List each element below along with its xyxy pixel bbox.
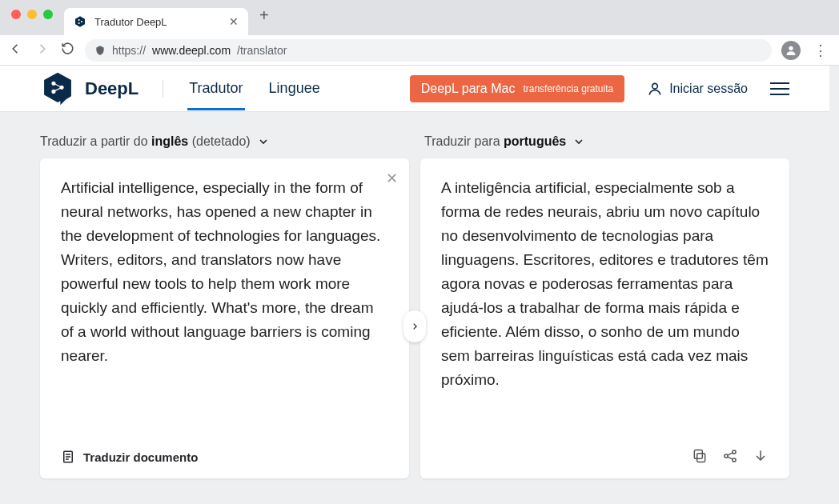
translate-document-label: Traduzir documento bbox=[83, 450, 198, 464]
browser-tab[interactable]: Tradutor DeepL ✕ bbox=[64, 8, 248, 35]
download-icon[interactable] bbox=[753, 448, 769, 464]
svg-point-3 bbox=[789, 46, 793, 50]
login-label: Iniciar sessão bbox=[669, 82, 748, 96]
login-button[interactable]: Iniciar sessão bbox=[647, 81, 748, 97]
reload-button[interactable] bbox=[59, 42, 75, 58]
nav-linguee[interactable]: Linguee bbox=[267, 67, 322, 110]
source-pane: ✕ Artificial intelligence, especially in… bbox=[40, 158, 409, 478]
window-maximize-icon[interactable] bbox=[43, 10, 53, 19]
document-icon bbox=[61, 450, 75, 464]
target-language-selector[interactable]: Traduzir para português bbox=[424, 134, 789, 149]
window-controls bbox=[8, 0, 59, 35]
tab-title: Tradutor DeepL bbox=[94, 16, 221, 28]
swap-languages-button[interactable] bbox=[403, 310, 426, 342]
deepl-logo-icon bbox=[40, 71, 75, 106]
target-lang-prefix: Traduzir para bbox=[424, 134, 504, 148]
back-button[interactable] bbox=[8, 42, 24, 59]
url-scheme: https:// bbox=[112, 44, 146, 57]
user-icon bbox=[647, 81, 663, 97]
target-text-output[interactable]: A inteligência artificial, especialmente… bbox=[441, 176, 769, 435]
svg-line-20 bbox=[728, 457, 733, 459]
clear-source-button[interactable]: ✕ bbox=[386, 170, 398, 187]
source-lang-prefix: Traduzir a partir do bbox=[40, 134, 151, 148]
new-tab-button[interactable]: + bbox=[248, 6, 277, 30]
download-mac-button[interactable]: DeepL para Mac transferência gratuita bbox=[410, 75, 624, 102]
brand-logo[interactable]: DeepL bbox=[40, 71, 138, 106]
download-mac-sublabel: transferência gratuita bbox=[523, 83, 613, 94]
svg-point-1 bbox=[81, 21, 82, 22]
brand-name: DeepL bbox=[85, 78, 138, 99]
svg-line-19 bbox=[728, 453, 733, 455]
profile-button[interactable] bbox=[781, 41, 801, 60]
url-domain: www.deepl.com bbox=[152, 44, 231, 57]
source-lang-suffix: (detetado) bbox=[188, 134, 250, 148]
url-input[interactable]: https://www.deepl.com/translator bbox=[85, 39, 772, 62]
address-bar: https://www.deepl.com/translator ⋮ bbox=[0, 35, 839, 66]
translation-panes: ✕ Artificial intelligence, especially in… bbox=[40, 158, 789, 478]
page-content: DeepL Tradutor Linguee DeepL para Mac tr… bbox=[0, 66, 839, 504]
target-lang-name: português bbox=[504, 134, 566, 148]
source-language-selector[interactable]: Traduzir a partir do inglês (detetado) bbox=[40, 134, 405, 149]
translator-area: Traduzir a partir do inglês (detetado) T… bbox=[0, 112, 829, 494]
browser-menu-icon[interactable]: ⋮ bbox=[810, 42, 831, 59]
chevron-down-icon bbox=[257, 135, 270, 148]
share-icon[interactable] bbox=[722, 448, 738, 464]
target-pane: A inteligência artificial, especialmente… bbox=[420, 158, 789, 478]
site-info-icon[interactable] bbox=[94, 45, 106, 56]
chevron-down-icon bbox=[572, 135, 585, 148]
svg-rect-14 bbox=[697, 454, 705, 462]
language-selectors: Traduzir a partir do inglês (detetado) T… bbox=[40, 134, 789, 149]
svg-point-0 bbox=[78, 19, 80, 21]
copy-icon[interactable] bbox=[692, 448, 708, 464]
svg-point-2 bbox=[78, 22, 80, 24]
nav-translator[interactable]: Tradutor bbox=[187, 67, 244, 110]
svg-point-9 bbox=[652, 83, 658, 89]
window-close-icon[interactable] bbox=[11, 10, 21, 19]
tab-close-icon[interactable]: ✕ bbox=[229, 15, 239, 28]
source-lang-name: inglês bbox=[151, 134, 188, 148]
svg-rect-15 bbox=[694, 450, 702, 459]
translate-document-button[interactable]: Traduzir documento bbox=[61, 450, 198, 464]
divider bbox=[163, 80, 163, 98]
forward-button[interactable] bbox=[34, 42, 50, 59]
download-mac-label: DeepL para Mac bbox=[421, 82, 516, 96]
window-minimize-icon[interactable] bbox=[27, 10, 37, 19]
site-header: DeepL Tradutor Linguee DeepL para Mac tr… bbox=[0, 66, 829, 112]
url-path: /translator bbox=[237, 44, 287, 57]
deepl-favicon-icon bbox=[74, 15, 86, 28]
menu-button[interactable] bbox=[770, 82, 789, 95]
chevron-right-icon bbox=[411, 321, 419, 332]
browser-tab-strip: Tradutor DeepL ✕ + bbox=[0, 0, 839, 35]
source-text-input[interactable]: Artificial intelligence, especially in t… bbox=[61, 176, 388, 437]
